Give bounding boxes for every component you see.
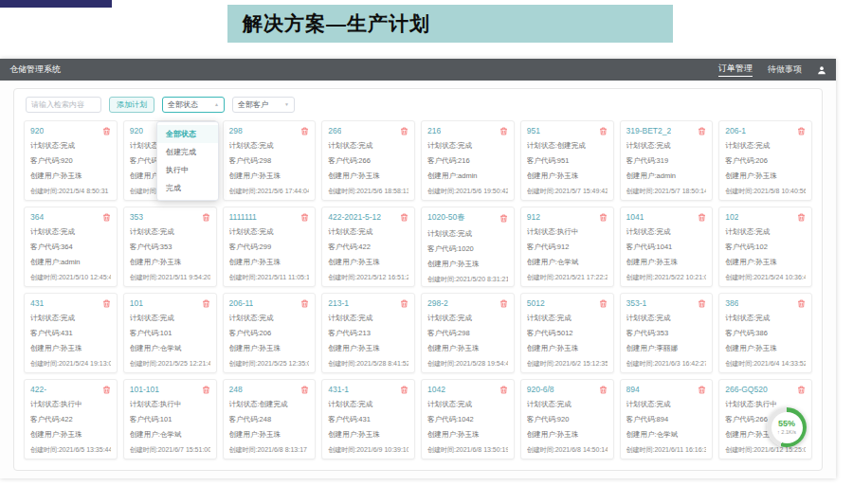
plan-status: 计划状态:创建完成 xyxy=(229,400,310,409)
customer-code: 客户代码:364 xyxy=(30,243,111,252)
created-user: 创建用户:仓学斌 xyxy=(626,430,707,440)
plan-card-header: 1111111 xyxy=(229,212,310,222)
delete-icon[interactable] xyxy=(499,127,508,135)
delete-icon[interactable] xyxy=(102,127,111,135)
nav-todo-items[interactable]: 待做事项 xyxy=(768,63,802,76)
delete-icon[interactable] xyxy=(202,299,210,308)
delete-icon[interactable] xyxy=(797,299,806,308)
created-user: 创建用户:孙玉珠 xyxy=(427,260,508,269)
plan-card[interactable]: 5012 计划状态:完成 客户代码:5012 创建用户:孙玉珠 创建时间:202… xyxy=(520,293,614,373)
delete-icon[interactable] xyxy=(202,213,210,222)
delete-icon[interactable] xyxy=(102,299,111,308)
delete-icon[interactable] xyxy=(300,386,309,394)
delete-icon[interactable] xyxy=(599,299,608,308)
delete-icon[interactable] xyxy=(300,299,309,308)
plan-card-title: 298 xyxy=(229,126,243,135)
delete-icon[interactable] xyxy=(102,213,111,222)
delete-icon[interactable] xyxy=(499,299,508,308)
search-input[interactable] xyxy=(26,97,101,113)
status-option[interactable]: 执行中 xyxy=(157,161,218,179)
delete-icon[interactable] xyxy=(698,299,706,308)
delete-icon[interactable] xyxy=(599,386,608,394)
plan-card[interactable]: 216 计划状态:完成 客户代码:216 创建用户:admin 创建时间:202… xyxy=(421,120,515,201)
plan-card[interactable]: 920-6/8 计划状态:完成 客户代码:920 创建用户:孙玉珠 创建时间:2… xyxy=(520,379,614,459)
plan-status: 计划状态:完成 xyxy=(527,314,608,323)
delete-icon[interactable] xyxy=(698,213,706,222)
plan-card[interactable]: 353-1 计划状态:完成 客户代码:353 创建用户:李丽娜 创建时间:202… xyxy=(620,293,714,373)
customer-code: 客户代码:266 xyxy=(328,156,408,166)
plan-card[interactable]: 951 计划状态:创建完成 客户代码:951 创建用户:孙玉珠 创建时间:202… xyxy=(520,120,614,201)
plan-card[interactable]: 920 计划状态:完成 客户代码:920 创建用户:孙玉珠 创建时间:2021/… xyxy=(24,120,118,201)
nav-order-management[interactable]: 订单管理 xyxy=(718,63,753,77)
status-option[interactable]: 全部状态 xyxy=(157,125,218,143)
plan-card[interactable]: 319-BET2_2 计划状态:完成 客户代码:319 创建用户:admin 创… xyxy=(620,120,714,201)
delete-icon[interactable] xyxy=(599,127,608,135)
delete-icon[interactable] xyxy=(400,299,408,308)
plan-card[interactable]: 266 计划状态:完成 客户代码:266 创建用户:孙玉珠 创建时间:2021/… xyxy=(321,120,415,201)
plan-card[interactable]: 102 计划状态:完成 客户代码:102 创建用户:孙玉珠 创建时间:2021/… xyxy=(718,207,812,287)
plan-card[interactable]: 1042 计划状态:完成 客户代码:1042 创建用户:孙玉珠 创建时间:202… xyxy=(421,379,515,459)
customer-code: 客户代码:422 xyxy=(328,243,408,252)
plan-card[interactable]: 213-1 计划状态:完成 客户代码:213 创建用户:孙玉珠 创建时间:202… xyxy=(321,293,415,373)
delete-icon[interactable] xyxy=(599,213,608,222)
created-time: 创建时间:2021/6/11 16:16:37 xyxy=(626,445,707,455)
delete-icon[interactable] xyxy=(400,213,408,222)
created-user: 创建用户:仓学斌 xyxy=(527,258,608,267)
plan-status: 计划状态:完成 xyxy=(725,227,806,237)
created-time: 创建时间:2021/5/7 18:50:14 xyxy=(626,187,707,196)
delete-icon[interactable] xyxy=(797,386,806,394)
plan-card[interactable]: 298-2 计划状态:完成 客户代码:298 创建用户:孙玉珠 创建时间:202… xyxy=(421,293,515,373)
plan-card[interactable]: 431-1 计划状态:完成 客户代码:431 创建用户:孙玉珠 创建时间:202… xyxy=(321,379,415,459)
add-plan-button[interactable]: 添加计划 xyxy=(109,97,154,113)
created-user: 创建用户:孙玉珠 xyxy=(527,171,608,181)
created-user: 创建用户:孙玉珠 xyxy=(725,171,806,181)
plan-card-title: 422- xyxy=(30,385,46,394)
app-header: 仓储管理系统 订单管理 待做事项 xyxy=(0,59,836,81)
delete-icon[interactable] xyxy=(698,386,706,394)
created-time: 创建时间:2021/5/28 19:54:43 xyxy=(427,359,508,369)
delete-icon[interactable] xyxy=(499,386,508,394)
delete-icon[interactable] xyxy=(797,213,806,222)
plan-card[interactable]: 912 计划状态:执行中 客户代码:912 创建用户:仓学斌 创建时间:2021… xyxy=(520,207,614,287)
user-icon[interactable] xyxy=(817,65,826,75)
delete-icon[interactable] xyxy=(400,386,408,394)
delete-icon[interactable] xyxy=(797,127,806,135)
plan-card[interactable]: 353 计划状态:完成 客户代码:353 创建用户:孙玉珠 创建时间:2021/… xyxy=(123,207,217,287)
plan-card-title: 364 xyxy=(30,212,44,222)
plan-card[interactable]: 101 计划状态:完成 客户代码:101 创建用户:仓学斌 创建时间:2021/… xyxy=(123,293,217,373)
plan-card[interactable]: 206-11 计划状态:完成 客户代码:206 创建用户:孙玉珠 创建时间:20… xyxy=(223,293,317,373)
plan-card[interactable]: 431 计划状态:完成 客户代码:431 创建用户:孙玉珠 创建时间:2021/… xyxy=(24,293,118,373)
plan-card-title: 248 xyxy=(229,385,243,394)
customer-filter-select[interactable]: 全部客户 ▼ xyxy=(232,97,295,113)
plan-card[interactable]: 422-2021-5-12 计划状态:完成 客户代码:422 创建用户:孙玉珠 … xyxy=(321,207,415,287)
delete-icon[interactable] xyxy=(499,214,508,223)
status-option[interactable]: 完成 xyxy=(157,179,218,197)
plan-card-title: 101-101 xyxy=(130,385,159,394)
delete-icon[interactable] xyxy=(698,127,706,135)
plan-card-title: 1042 xyxy=(427,385,445,394)
delete-icon[interactable] xyxy=(102,386,111,394)
plan-card[interactable]: 364 计划状态:完成 客户代码:364 创建用户:admin 创建时间:202… xyxy=(24,207,118,287)
customer-code: 客户代码:912 xyxy=(527,243,608,252)
delete-icon[interactable] xyxy=(300,127,309,135)
delete-icon[interactable] xyxy=(202,386,210,394)
plan-card[interactable]: 298 计划状态:完成 客户代码:298 创建用户:孙玉珠 创建时间:2021/… xyxy=(223,120,317,201)
status-filter-select[interactable]: 全部状态 ▲ xyxy=(162,97,225,113)
plan-card[interactable]: 1111111 计划状态:完成 客户代码:299 创建用户:孙玉珠 创建时间:2… xyxy=(223,207,317,287)
plan-card[interactable]: 1020-50春 计划状态:完成 客户代码:1020 创建用户:孙玉珠 创建时间… xyxy=(421,207,515,287)
plan-card-title: 216 xyxy=(427,126,441,135)
plan-card[interactable]: 894 计划状态:完成 客户代码:894 创建用户:仓学斌 创建时间:2021/… xyxy=(620,379,714,459)
customer-code: 客户代码:216 xyxy=(427,156,508,166)
created-user: 创建用户:孙玉珠 xyxy=(328,171,408,181)
status-option[interactable]: 创建完成 xyxy=(157,143,218,161)
delete-icon[interactable] xyxy=(300,213,309,222)
plan-card[interactable]: 1041 计划状态:完成 客户代码:1041 创建用户:孙玉珠 创建时间:202… xyxy=(620,207,714,287)
plan-card[interactable]: 248 计划状态:创建完成 客户代码:248 创建用户:孙玉珠 创建时间:202… xyxy=(223,379,317,459)
delete-icon[interactable] xyxy=(400,127,408,135)
plan-card[interactable]: 422- 计划状态:执行中 客户代码:422 创建用户:孙玉珠 创建时间:202… xyxy=(24,379,118,459)
status-dropdown: 全部状态创建完成执行中完成 xyxy=(156,121,219,201)
plan-card[interactable]: 386 计划状态:完成 客户代码:386 创建用户:孙玉珠 创建时间:2021/… xyxy=(718,293,812,373)
plan-card[interactable]: 206-1 计划状态:完成 客户代码:206 创建用户:孙玉珠 创建时间:202… xyxy=(718,120,812,201)
created-user: 创建用户:admin xyxy=(626,171,707,181)
plan-card[interactable]: 101-101 计划状态:执行中 客户代码:101 创建用户:仓学斌 创建时间:… xyxy=(123,379,217,459)
